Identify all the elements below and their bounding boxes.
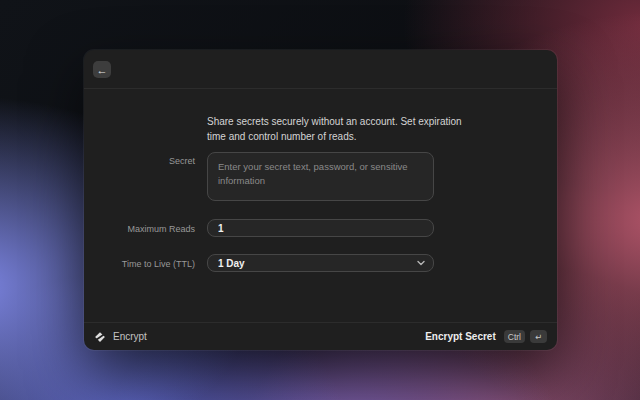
command-description: Share secrets securely without an accoun… xyxy=(207,114,481,144)
back-button[interactable]: ← xyxy=(93,61,111,78)
ttl-dropdown[interactable]: 1 Day xyxy=(207,254,434,272)
footer-command-info: Encrypt xyxy=(94,331,147,343)
window-header: ← xyxy=(84,50,557,89)
back-arrow-icon: ← xyxy=(97,64,108,76)
command-name: Encrypt xyxy=(113,331,147,342)
maximum-reads-input[interactable] xyxy=(207,219,434,237)
enter-key-badge: ↵ xyxy=(530,330,547,343)
primary-action-button[interactable]: Encrypt Secret Ctrl ↵ xyxy=(425,330,547,343)
ttl-label: Time to Live (TTL) xyxy=(84,259,195,269)
encrypt-extension-icon xyxy=(94,331,106,343)
secret-field-label: Secret xyxy=(84,156,195,166)
chevron-down-icon xyxy=(417,260,425,266)
app-window: ← Share secrets securely without an acco… xyxy=(84,50,557,350)
primary-action-label: Encrypt Secret xyxy=(425,331,496,342)
action-bar: Encrypt Encrypt Secret Ctrl ↵ xyxy=(84,322,557,350)
ctrl-key-badge: Ctrl xyxy=(504,330,525,343)
maximum-reads-label: Maximum Reads xyxy=(84,224,195,234)
ttl-selected-value: 1 Day xyxy=(218,258,245,269)
secret-input[interactable] xyxy=(207,152,434,201)
